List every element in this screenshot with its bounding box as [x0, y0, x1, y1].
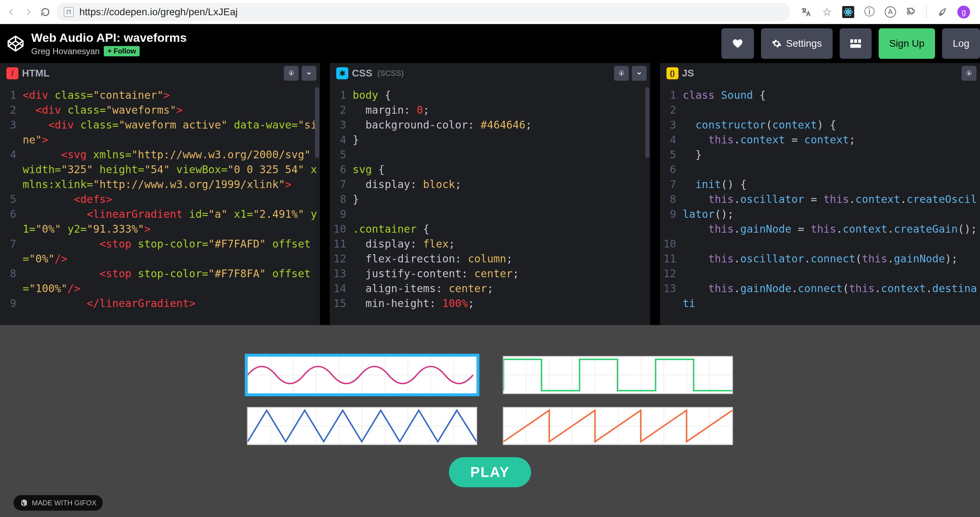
js-gutter: 1 2 3 4 5 6 7 8 9 10 11 12 13 — [660, 84, 680, 325]
codepen-header: Web Audio API: waveforms Greg Hovanesyan… — [0, 24, 980, 63]
svg-point-9 — [620, 73, 622, 75]
css-editor: ✱ CSS (SCSS) 1 2 3 4 5 6 7 8 9 10 11 12 … — [330, 63, 660, 325]
url-text: https://codepen.io/gregh/pen/LxJEaj — [80, 6, 238, 18]
layout-button[interactable] — [840, 29, 872, 59]
browser-action-icons: ☆ ⓘ A g — [795, 6, 974, 18]
html-badge-icon: / — [6, 67, 18, 79]
html-code[interactable]: <div class="container"> <div class="wave… — [20, 84, 320, 325]
css-scrollbar[interactable] — [645, 87, 649, 158]
divider — [926, 6, 927, 18]
js-badge-icon: () — [667, 67, 678, 79]
svg-rect-12 — [248, 357, 477, 393]
signup-button[interactable]: Sign Up — [879, 29, 935, 59]
css-tab[interactable]: ✱ CSS (SCSS) — [330, 63, 410, 84]
editors-row: / HTML 1 2 3 4 5 6 7 8 9 <div class="con… — [0, 63, 980, 325]
html-gutter: 1 2 3 4 5 6 7 8 9 — [0, 84, 20, 325]
css-tab-bar: ✱ CSS (SCSS) — [330, 63, 650, 84]
svg-rect-4 — [850, 39, 853, 43]
codepen-logo-icon[interactable] — [7, 35, 24, 52]
svg-rect-6 — [858, 39, 861, 43]
svg-rect-5 — [854, 39, 857, 43]
love-button[interactable] — [721, 29, 754, 59]
browser-toolbar: ⊓ https://codepen.io/gregh/pen/LxJEaj ☆ … — [0, 0, 980, 24]
css-code[interactable]: body { margin: 0; background-color: #464… — [350, 84, 650, 325]
js-tab-bar: () JS — [660, 63, 980, 84]
reload-button[interactable] — [40, 6, 51, 18]
react-devtools-icon[interactable] — [842, 6, 854, 18]
back-button[interactable] — [6, 6, 17, 18]
js-code-area[interactable]: 1 2 3 4 5 6 7 8 9 10 11 12 13 class Soun… — [660, 84, 980, 325]
html-settings-icon[interactable] — [284, 66, 299, 81]
waveform-square[interactable] — [503, 356, 733, 394]
extensions-icon[interactable] — [905, 6, 917, 18]
waveform-sawtooth[interactable] — [503, 407, 733, 445]
css-gutter: 1 2 3 4 5 6 7 8 9 10 11 12 13 14 15 — [330, 84, 350, 325]
title-block: Web Audio API: waveforms Greg Hovanesyan… — [31, 31, 714, 56]
html-chevron-down-icon[interactable] — [302, 66, 317, 81]
waveform-triangle[interactable] — [247, 407, 477, 445]
font-icon[interactable]: A — [885, 6, 896, 18]
js-code[interactable]: class Sound { constructor(context) { thi… — [680, 84, 980, 325]
svg-point-10 — [968, 73, 970, 75]
css-badge-icon: ✱ — [336, 67, 348, 79]
forward-button[interactable] — [23, 6, 34, 18]
html-code-area[interactable]: 1 2 3 4 5 6 7 8 9 <div class="container"… — [0, 84, 320, 325]
profile-avatar[interactable]: g — [957, 6, 970, 18]
waveform-sine[interactable] — [247, 356, 477, 394]
svg-point-8 — [291, 73, 292, 75]
svg-point-0 — [848, 11, 849, 13]
svg-rect-14 — [248, 408, 477, 444]
waveforms-grid — [247, 356, 733, 445]
gifox-watermark[interactable]: MADE WITH GIFOX — [13, 495, 103, 511]
css-chevron-down-icon[interactable] — [632, 66, 647, 81]
follow-button[interactable]: + Follow — [104, 46, 140, 56]
html-scrollbar[interactable] — [315, 87, 319, 158]
js-settings-icon[interactable] — [962, 66, 977, 81]
star-icon[interactable]: ☆ — [821, 6, 833, 18]
html-tab-bar: / HTML — [0, 63, 320, 84]
html-editor: / HTML 1 2 3 4 5 6 7 8 9 <div class="con… — [0, 63, 330, 325]
leaf-icon[interactable] — [936, 6, 948, 18]
pen-title: Web Audio API: waveforms — [31, 31, 714, 44]
gifox-icon — [20, 499, 29, 507]
css-settings-icon[interactable] — [614, 66, 629, 81]
preview-pane: PLAY MADE WITH GIFOX — [0, 325, 980, 517]
site-info-icon[interactable]: ⊓ — [64, 7, 74, 17]
login-button[interactable]: Log — [942, 29, 980, 59]
js-editor: () JS 1 2 3 4 5 6 7 8 9 10 11 12 13 clas… — [660, 63, 980, 325]
translate-icon[interactable] — [800, 6, 812, 18]
svg-rect-7 — [850, 44, 861, 48]
address-bar[interactable]: ⊓ https://codepen.io/gregh/pen/LxJEaj — [57, 3, 790, 21]
js-tab[interactable]: () JS — [660, 63, 700, 84]
settings-button[interactable]: Settings — [761, 29, 832, 59]
pen-author[interactable]: Greg Hovanesyan — [31, 46, 100, 56]
info-icon[interactable]: ⓘ — [864, 6, 875, 18]
play-button[interactable]: PLAY — [449, 457, 531, 487]
html-tab[interactable]: / HTML — [0, 63, 56, 84]
css-code-area[interactable]: 1 2 3 4 5 6 7 8 9 10 11 12 13 14 15 body… — [330, 84, 650, 325]
